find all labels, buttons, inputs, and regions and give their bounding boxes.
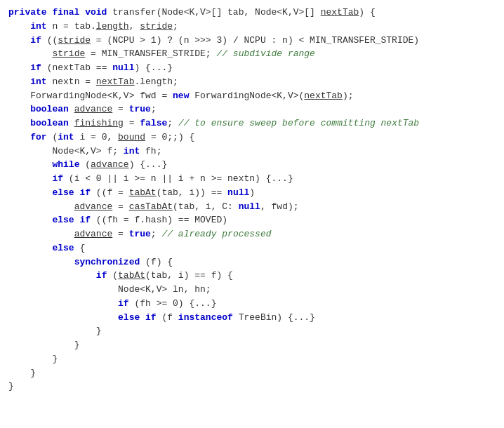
line-content: boolean advance = true; <box>8 102 496 116</box>
token: ; <box>151 229 162 239</box>
token: = <box>112 104 128 114</box>
code-line: stride = MIN_TRANSFER_STRIDE; // subdivi… <box>0 47 504 61</box>
code-line: if (i < 0 || i >= n || i + n >= nextn) {… <box>0 172 504 186</box>
token: (tab, i, <box>173 201 222 212</box>
code-line: else { <box>0 241 504 255</box>
token: = 0;;) { <box>145 132 194 142</box>
code-line: boolean advance = true; <box>0 102 504 116</box>
token: stride <box>140 21 173 32</box>
token: advance <box>74 229 113 239</box>
token: while <box>52 159 79 170</box>
token <box>69 104 74 114</box>
token: if <box>30 62 41 73</box>
token: (tab, i)) == <box>157 187 227 198</box>
token: (Node<K,V>[] tab, Node< <box>157 7 282 18</box>
token: } <box>74 340 80 350</box>
line-content: for (int i = 0, bound = 0;;) { <box>8 131 496 145</box>
code-line: int nextn = nextTab.length; <box>0 75 504 89</box>
token: true <box>129 104 151 114</box>
code-line: else if ((fh = f.hash) == MOVED) <box>0 213 504 227</box>
token: (fh >= 0) {...} <box>129 298 217 309</box>
token: tabAt <box>129 187 157 198</box>
token: advance <box>74 201 113 212</box>
token: if <box>52 173 63 184</box>
line-content: if (tabAt(tab, i) == f) { <box>8 269 496 283</box>
code-line: int n = tab.length, stride; <box>0 20 504 34</box>
code-line: ForwardingNode<K,V> fwd = new Forwarding… <box>0 89 504 103</box>
token: synchronized <box>74 257 140 267</box>
token: (tab, i) == f) { <box>145 270 233 281</box>
token: int <box>58 132 74 142</box>
line-content: Node<K,V> f; int fh; <box>8 145 496 159</box>
code-line: Node<K,V> ln, hn; <box>0 283 504 297</box>
token: if <box>118 298 129 309</box>
line-content: int nextn = nextTab.length; <box>8 75 496 89</box>
token: ; <box>167 118 178 128</box>
line-content: private final void transfer(Node<K,V>[] … <box>8 6 496 20</box>
token: int <box>30 76 46 87</box>
line-content: } <box>8 324 496 338</box>
line-content: else { <box>8 241 496 255</box>
token: ( <box>107 270 118 281</box>
code-line: if (nextTab == null) {...} <box>0 61 504 75</box>
code-line: } <box>0 338 504 352</box>
token: finishing <box>74 118 124 128</box>
token: else if <box>52 215 91 225</box>
token: } <box>52 354 58 364</box>
token: = MIN_TRANSFER_STRIDE; <box>85 48 216 59</box>
line-content: else if ((f = tabAt(tab, i)) == null) <box>8 186 496 200</box>
token: // to ensure sweep before committing nex… <box>178 118 419 128</box>
token: n = tab. <box>47 21 96 32</box>
token: ((f = <box>91 187 129 198</box>
token: , fwd); <box>260 201 299 212</box>
token: TreeBin) {...} <box>233 312 315 323</box>
token: (f <box>157 312 178 323</box>
token: boolean <box>30 118 69 128</box>
token: if <box>30 35 41 46</box>
code-line: } <box>0 324 504 338</box>
line-content: advance = true; // already processed <box>8 227 496 241</box>
token: tabAt <box>118 270 145 281</box>
token: , <box>129 21 140 32</box>
token: private final void <box>8 7 112 18</box>
token: length <box>96 21 129 32</box>
code-line: else if ((f = tabAt(tab, i)) == null) <box>0 186 504 200</box>
line-content: if (i < 0 || i >= n || i + n >= nextn) {… <box>8 172 496 186</box>
token: else <box>52 243 74 253</box>
token: ( <box>79 159 91 170</box>
token: // already processed <box>161 229 271 239</box>
code-line: } <box>0 380 504 394</box>
token: nextTab <box>321 7 359 18</box>
token: = <box>112 201 128 212</box>
token: else if <box>118 312 157 323</box>
token: ( <box>47 132 58 142</box>
line-content: advance = casTabAt(tab, i, C: null, fwd)… <box>8 200 496 214</box>
token: ForwardingNode<K,V> fwd = <box>30 91 173 101</box>
token: nextn = <box>47 76 96 87</box>
token: for <box>30 132 46 142</box>
code-container: private final void transfer(Node<K,V>[] … <box>0 0 504 428</box>
token: int <box>30 21 46 32</box>
token: ); <box>343 91 354 101</box>
token: .length; <box>134 76 178 87</box>
token: { <box>74 243 86 253</box>
token: casTabAt <box>129 201 173 212</box>
line-content: while (advance) {...} <box>8 158 496 172</box>
token: } <box>30 368 36 378</box>
code-block: private final void transfer(Node<K,V>[] … <box>0 6 504 394</box>
code-line: else if (f instanceof TreeBin) {...} <box>0 311 504 325</box>
token: new <box>173 91 189 101</box>
line-content: stride = MIN_TRANSFER_STRIDE; // subdivi… <box>8 47 496 61</box>
token: >[] <box>299 7 321 18</box>
token: ; <box>173 21 178 32</box>
token: boolean <box>30 104 69 114</box>
token: (i < 0 || i >= n || i + n >= nextn) {...… <box>63 173 293 184</box>
code-line: for (int i = 0, bound = 0;;) { <box>0 131 504 145</box>
token: ((fh = f.hash) == MOVED) <box>91 215 227 225</box>
token: stride <box>52 48 85 59</box>
token: transfer <box>112 7 156 18</box>
token: else if <box>52 187 91 198</box>
token: (nextTab == <box>41 62 112 73</box>
line-content: int n = tab.length, stride; <box>8 20 496 34</box>
line-content: boolean finishing = false; // to ensure … <box>8 116 496 131</box>
